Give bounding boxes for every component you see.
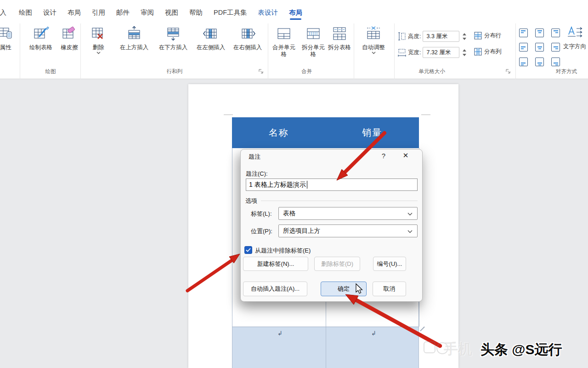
caption-field-label: 题注(C): [246,170,268,178]
tab-view[interactable]: 视图 [165,8,178,20]
align-center-button[interactable] [535,43,544,52]
tab-layout[interactable]: 布局 [68,8,81,20]
dialog-help-button[interactable]: ? [379,152,389,160]
row-height-stepper[interactable] [463,33,466,40]
tab-pdf-tools[interactable]: PDF工具集 [214,8,247,20]
group-label-draw: 绘图 [37,68,64,75]
align-top-center-button[interactable] [535,29,544,37]
split-cells-button[interactable]: 拆分单元格 [300,25,327,69]
autofit-dropdown-chevron-icon[interactable] [372,52,376,54]
chevron-down-icon [407,230,413,233]
split-cells-icon [305,25,322,43]
table-left-border [232,148,232,327]
group-label-merge: 合并 [294,68,319,75]
paragraph-mark: ↲ [371,330,376,337]
tab-table-design[interactable]: 表设计 [258,8,278,20]
tab-draw[interactable]: 绘图 [19,8,32,20]
insert-left-button[interactable]: 在左侧插入 [193,25,229,69]
align-bottom-center-button[interactable] [535,58,544,66]
insert-left-icon [203,25,219,43]
insert-right-icon [239,25,256,43]
col-width-field-row: 宽度: 7.32 厘米 [398,47,466,58]
caption-dialog: 题注 ? ✕ 题注(C): 1 表格上方标题演示 选项 标签(L): 表格 位置… [240,149,423,302]
autofit-icon [365,25,382,43]
row-height-field-row: 高度: 3.3 厘米 [398,31,466,42]
autofit-button[interactable]: 自动调整 [356,25,390,69]
chevron-down-icon [407,213,413,216]
delete-dropdown-chevron-icon[interactable] [96,52,101,54]
eraser-button[interactable]: 橡皮擦 [59,25,80,69]
watermark-text: 头条 @S远行 [481,340,562,359]
position-select[interactable]: 所选项目上方 [278,224,418,237]
tab-mailings[interactable]: 邮件 [116,8,130,20]
table-row-selected[interactable]: ↲ ↲ [232,327,419,368]
tab-help[interactable]: 帮助 [189,8,203,20]
insert-above-icon [126,25,142,43]
row-height-input[interactable]: 3.3 厘米 [423,31,459,42]
tab-references[interactable]: 引用 [92,8,105,20]
col-width-stepper[interactable] [463,49,466,56]
cell-size-dialog-launcher-icon[interactable] [505,69,511,74]
table-properties-button[interactable]: 属性 [0,25,17,69]
dialog-close-button[interactable]: ✕ [400,151,412,160]
align-center-right-button[interactable] [551,43,560,52]
exclude-label-checkbox[interactable] [244,246,252,254]
table-header-cell[interactable]: 名称 [232,117,326,148]
table-cell-divider [326,301,326,327]
align-center-left-button[interactable] [519,43,528,52]
table-cell-divider [326,327,326,368]
col-width-input[interactable]: 7.32 厘米 [423,47,459,58]
paragraph-mark: ↲ [277,330,283,337]
delete-table-button[interactable]: 删除 [85,25,112,69]
tab-design[interactable]: 设计 [43,8,57,20]
table-properties-icon [0,25,14,43]
distribute-cols-icon [474,48,482,56]
align-bottom-right-button[interactable] [551,58,560,66]
table-header-cell[interactable]: 销量 [326,117,419,148]
table-resize-handle[interactable] [420,327,425,332]
tab-table-layout[interactable]: 布局 [289,8,302,20]
table-row[interactable] [232,301,419,327]
insert-above-button[interactable]: 在上方插入 [116,25,153,69]
merge-cells-button[interactable]: 合并单元格 [270,25,298,69]
tab-insert[interactable]: 插入 [0,8,8,20]
options-group-line [261,201,418,201]
rows-cols-dialog-launcher-icon[interactable] [258,69,264,74]
delete-table-icon [90,25,107,43]
split-table-button[interactable]: 拆分表格 [325,25,354,69]
distribute-rows-button[interactable]: 分布行 [474,32,502,40]
numbering-button[interactable]: 编号(U)... [373,257,406,271]
merge-cells-icon [276,25,292,43]
new-tag-button[interactable]: 新建标签(N)... [243,257,308,271]
tag-label: 标签(L): [251,210,272,218]
check-icon [246,248,251,252]
faint-logo-icon [424,341,435,353]
tag-select[interactable]: 表格 [278,207,418,220]
insert-below-icon [165,25,181,43]
auto-caption-button[interactable]: 自动插入题注(A)... [243,282,307,296]
delete-tag-button[interactable]: 删除标签(D) [314,257,360,271]
ribbon: 属性 绘制表格 橡皮擦 删除 [0,21,588,79]
options-group-label: 选项 [245,197,257,205]
row-height-icon [398,32,406,41]
align-bottom-left-button[interactable] [519,58,528,66]
draw-table-icon [33,25,49,43]
ok-button[interactable]: 确定 [321,282,367,296]
split-table-icon [331,25,348,43]
insert-right-button[interactable]: 在右侧插入 [230,25,266,69]
draw-table-button[interactable]: 绘制表格 [22,25,60,69]
group-label-cell-size: 单元格大小 [411,68,452,75]
group-label-align: 对齐方式 [548,68,585,75]
text-caret [307,181,308,189]
position-label: 位置(P): [251,227,272,236]
insert-below-button[interactable]: 在下方插入 [155,25,192,69]
caption-input[interactable]: 1 表格上方标题演示 [246,178,418,191]
exclude-label-text: 从题注中排除标签(E) [255,247,311,255]
align-top-right-button[interactable] [551,29,560,37]
distribute-cols-button[interactable]: 分布列 [474,48,502,56]
tab-review[interactable]: 审阅 [141,8,154,20]
col-width-icon [398,48,406,57]
text-direction-button[interactable]: 文字方向 [561,24,588,69]
cancel-button[interactable]: 取消 [373,282,406,296]
align-top-left-button[interactable] [519,29,528,37]
